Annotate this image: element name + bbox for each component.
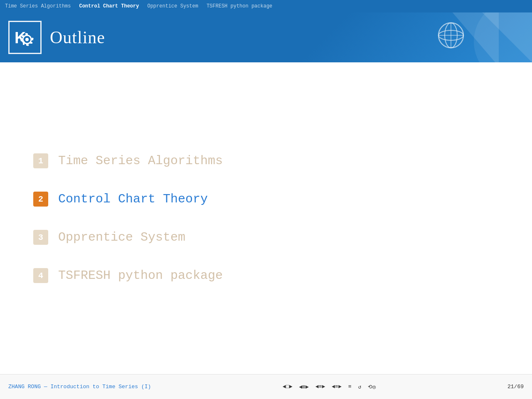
nav-item-opprentice[interactable]: Opprentice System: [147, 3, 198, 9]
svg-point-8: [25, 38, 29, 41]
nav-next-item[interactable]: ◄≡►: [330, 383, 343, 391]
outline-number-1: 1: [33, 153, 48, 168]
nav-prev-section[interactable]: ◄□►: [281, 383, 294, 391]
nav-item-tsfresh[interactable]: TSFRESH python package: [207, 3, 272, 9]
outline-item-1: 1 Time Series Algorithms: [33, 142, 499, 180]
outline-number-4: 4: [33, 268, 48, 283]
nav-toc[interactable]: ≡: [347, 383, 353, 391]
kde-logo: K: [8, 21, 42, 54]
outline-item-3: 3 Opprentice System: [33, 218, 499, 256]
outline-item-2: 2 Control Chart Theory: [33, 180, 499, 218]
main-content: 1 Time Series Algorithms 2 Control Chart…: [0, 62, 532, 374]
footer-page-number: 21/69: [507, 384, 524, 390]
outline-label-1: Time Series Algorithms: [58, 154, 223, 168]
footer-navigation[interactable]: ◄□► ◄⊞► ◄≡► ◄≡► ≡ ↺ ⟲◎: [281, 383, 377, 391]
nav-search[interactable]: ⟲◎: [366, 383, 377, 391]
outline-label-2: Control Chart Theory: [58, 192, 208, 206]
page-title: Outline: [50, 27, 105, 47]
nav-prev-frame[interactable]: ◄⊞►: [297, 383, 310, 391]
outline-label-3: Opprentice System: [58, 230, 185, 244]
header-banner: K Outline: [0, 12, 532, 62]
svg-rect-14: [30, 42, 32, 44]
svg-rect-18: [22, 35, 24, 37]
top-navigation: Time Series Algorithms Control Chart The…: [0, 0, 532, 12]
outline-label-4: TSFRESH python package: [58, 268, 223, 283]
footer-author: ZHANG RONG — Introduction to Time Series…: [8, 384, 151, 390]
footer-bar: ZHANG RONG — Introduction to Time Series…: [0, 374, 532, 399]
globe-icon: [436, 21, 466, 50]
outline-item-4: 4 TSFRESH python package: [33, 256, 499, 295]
nav-item-control-chart[interactable]: Control Chart Theory: [79, 3, 139, 9]
nav-undo[interactable]: ↺: [357, 383, 363, 391]
outline-number-2: 2: [33, 192, 48, 207]
nav-prev-item[interactable]: ◄≡►: [314, 383, 327, 391]
svg-rect-16: [23, 42, 25, 45]
outline-number-3: 3: [33, 230, 48, 245]
nav-item-time-series[interactable]: Time Series Algorithms: [5, 3, 71, 9]
